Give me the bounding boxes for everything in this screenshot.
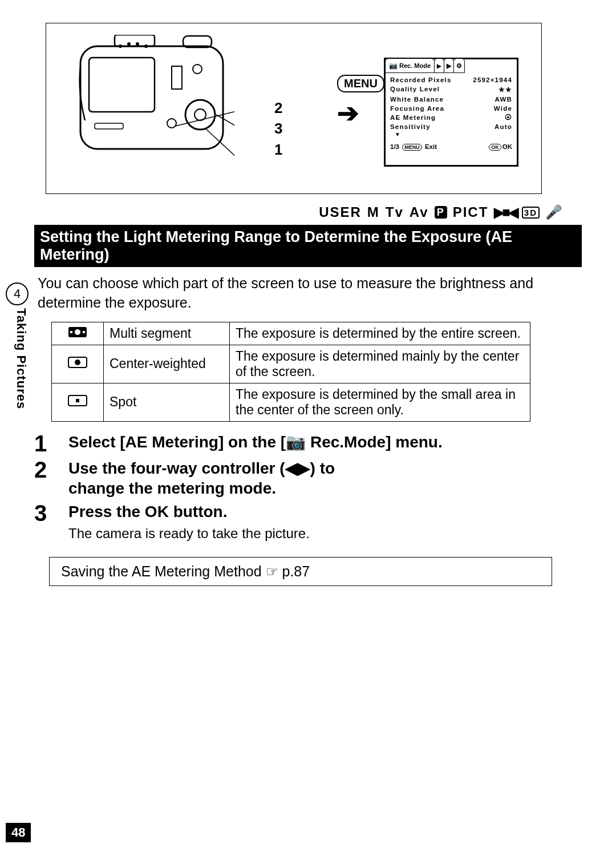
callout-numbers: 2 3 1 (274, 98, 282, 160)
svg-point-18 (75, 329, 80, 335)
lcd1-tab-rec: 📷 Rec. Mode (385, 58, 435, 73)
step-text: Select [AE Metering] on the [📷 Rec.Mode]… (68, 432, 582, 452)
metering-modes-table: Multi segmentThe exposure is determined … (51, 322, 530, 422)
svg-rect-19 (70, 331, 72, 333)
svg-line-14 (206, 129, 234, 163)
mode-p-icon: P (435, 206, 447, 219)
metering-desc: The exposure is determined by the entire… (230, 322, 530, 345)
step-text: Use the four-way controller (◀▶) to chan… (68, 458, 376, 498)
table-row: Multi segmentThe exposure is determined … (52, 322, 530, 345)
table-row: SpotThe exposure is determined by the sm… (52, 383, 530, 421)
intro-paragraph: You can choose which part of the screen … (38, 274, 578, 313)
lcd1-row: Quality Level★★ (390, 84, 512, 95)
svg-rect-20 (83, 331, 85, 333)
mode-3d-icon: 3D (522, 207, 540, 219)
step-2: 2Use the four-way controller (◀▶) to cha… (34, 458, 582, 498)
steps-list: 1Select [AE Metering] on the [📷 Rec.Mode… (34, 432, 582, 542)
side-chapter-label: Taking Pictures (14, 308, 29, 409)
callout-2: 2 (274, 98, 282, 118)
metering-name: Multi segment (104, 322, 230, 345)
mode-m: M (367, 204, 380, 220)
step-subtext: The camera is ready to take the picture. (68, 525, 376, 542)
mode-av: Av (410, 204, 429, 220)
arrow-right-icon: ➔ (337, 98, 359, 128)
svg-point-3 (193, 64, 202, 74)
lcd1-row: Recorded Pixels2592×1944 (390, 75, 512, 84)
metering-name: Spot (104, 383, 230, 421)
metering-name: Center-weighted (104, 345, 230, 383)
section-title: Setting the Light Metering Range to Dete… (34, 225, 582, 267)
lcd1-row: White BalanceAWB (390, 95, 512, 104)
svg-rect-2 (172, 66, 182, 89)
lcd1-row: AE Metering⦿ (390, 113, 512, 122)
metering-icon (52, 345, 104, 383)
chapter-number-circle: 4 (6, 282, 29, 305)
callout-1: 1 (274, 139, 282, 160)
menu-button-label: MENU (337, 75, 384, 92)
step-3: 3Press the OK button.The camera is ready… (34, 502, 582, 542)
metering-desc: The exposure is determined by the small … (230, 383, 530, 421)
step-number: 2 (34, 458, 68, 481)
step-number: 1 (34, 432, 68, 455)
svg-rect-24 (76, 399, 79, 402)
svg-rect-0 (80, 46, 223, 149)
step-text: Press the OK button.The camera is ready … (68, 502, 376, 542)
svg-point-6 (167, 119, 176, 128)
svg-point-8 (127, 42, 131, 46)
mode-continuous-icon: ▶■◀ (494, 204, 516, 220)
lcd1-row: SensitivityAuto (390, 122, 512, 131)
svg-rect-11 (95, 123, 123, 129)
svg-rect-12 (115, 35, 155, 46)
mode-tv: Tv (386, 204, 404, 220)
mode-user: USER (319, 204, 362, 220)
page-number: 48 (6, 823, 31, 842)
step-number: 3 (34, 502, 68, 524)
svg-line-15 (216, 115, 234, 132)
table-row: Center-weightedThe exposure is determine… (52, 345, 530, 383)
lcd1-tab-setup: ⚙ (453, 58, 465, 73)
mode-pict: PICT (453, 204, 489, 220)
cross-reference-box: Saving the AE Metering Method ☞ p.87 (49, 557, 552, 586)
svg-point-4 (185, 100, 215, 130)
mode-mic-icon: 🎤 (545, 204, 564, 220)
metering-icon (52, 322, 104, 345)
top-illustration-frame: 2 3 1 MENU ➔ 📷 Rec. Mode ▶ ▶ ⚙ Recorded … (46, 23, 542, 194)
metering-desc: The exposure is determined mainly by the… (230, 345, 530, 383)
lcd1-tab-play: ▶ (444, 58, 454, 73)
lcd-menu-1: 📷 Rec. Mode ▶ ▶ ⚙ Recorded Pixels2592×19… (384, 58, 518, 167)
callout-3: 3 (274, 118, 282, 139)
svg-rect-1 (89, 58, 155, 112)
metering-icon (52, 383, 104, 421)
svg-point-22 (75, 360, 80, 365)
step-1: 1Select [AE Metering] on the [📷 Rec.Mode… (34, 432, 582, 455)
camera-back-illustration (75, 35, 234, 166)
lcd1-row: Focusing AreaWide (390, 104, 512, 113)
mode-line: USER M Tv Av P PICT ▶■◀ 3D 🎤 (34, 204, 564, 220)
svg-point-9 (136, 42, 139, 46)
lcd1-tab-arrow: ▶ (434, 58, 444, 73)
